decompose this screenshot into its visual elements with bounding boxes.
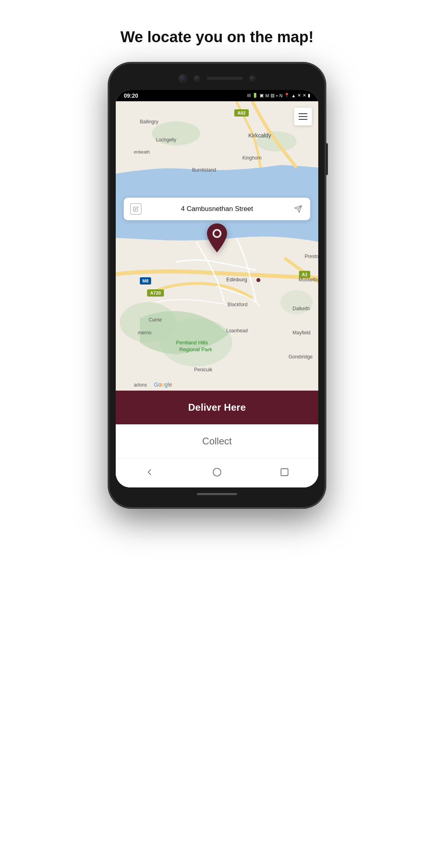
svg-text:Pentland Hills: Pentland Hills [176, 340, 208, 346]
svg-text:Lochgelly: Lochgelly [156, 137, 176, 143]
svg-rect-39 [281, 469, 288, 475]
hamburger-line-3 [299, 119, 307, 120]
svg-text:Gorebridge: Gorebridge [289, 354, 313, 360]
status-icons: ⊟ 🔋 ▣ M ▨ • N 📍 ▲ ✕ ✕ ▮ [247, 93, 310, 98]
back-icon [144, 467, 155, 477]
svg-text:Mayfield: Mayfield [293, 330, 311, 336]
signal-icon: ▣ [260, 93, 264, 98]
svg-text:Burntisland: Burntisland [192, 167, 216, 173]
sim2-icon: ▨ [270, 93, 274, 98]
bottom-panel: Deliver Here Collect [116, 391, 318, 487]
svg-text:Blackford: Blackford [227, 302, 248, 307]
svg-text:Google: Google [154, 381, 172, 388]
camera-lens-left [178, 74, 187, 83]
no-signal-1-icon: ✕ [297, 93, 301, 98]
wifi-icon: ▲ [291, 93, 296, 98]
phone-screen: 09:20 ⊟ 🔋 ▣ M ▨ • N 📍 ▲ ✕ ✕ ▮ [116, 90, 318, 487]
svg-point-21 [256, 278, 260, 282]
no-signal-2-icon: ✕ [303, 93, 306, 98]
svg-text:Regional Park: Regional Park [179, 346, 212, 352]
battery-charge-icon: 🔋 [252, 93, 258, 98]
location-pin-icon [204, 222, 230, 254]
hamburger-line-2 [299, 116, 307, 117]
svg-text:Dalkeith: Dalkeith [293, 306, 310, 311]
gmail-icon: M [265, 93, 269, 98]
navigation-bar [116, 458, 318, 487]
address-text: 4 Cambusnethan Street [146, 205, 288, 213]
edit-icon [133, 206, 139, 212]
phone-top-bezel [116, 72, 318, 86]
nfc-icon: N [279, 93, 283, 98]
svg-text:merno: merno [138, 330, 151, 336]
svg-text:Edinburg: Edinburg [226, 276, 247, 283]
hamburger-line-1 [299, 113, 307, 114]
sim-icon: ⊟ [247, 93, 251, 98]
svg-text:A1: A1 [302, 272, 307, 277]
camera-lens-center [194, 75, 200, 82]
svg-text:Kirkcaldy: Kirkcaldy [248, 132, 271, 139]
location-icon: 📍 [284, 93, 290, 98]
send-icon [294, 205, 302, 213]
svg-text:enbeath: enbeath [134, 149, 150, 154]
recents-nav-button[interactable] [277, 465, 292, 479]
recents-icon [279, 467, 290, 477]
home-icon [212, 467, 222, 477]
svg-text:Loanhead: Loanhead [226, 328, 248, 334]
status-time: 09:20 [124, 92, 138, 99]
svg-text:Ballingry: Ballingry [140, 119, 158, 125]
svg-text:Prestonp: Prestonp [305, 254, 318, 259]
home-indicator [197, 493, 237, 495]
battery-icon: ▮ [308, 93, 310, 98]
page-title: We locate you on the map! [104, 16, 330, 63]
collect-button[interactable]: Collect [116, 424, 318, 458]
svg-text:Currie: Currie [149, 317, 162, 323]
home-nav-button[interactable] [210, 465, 224, 479]
edit-icon-box [130, 203, 141, 215]
address-bar[interactable]: 4 Cambusnethan Street [124, 198, 310, 220]
svg-text:Musselburgh: Musselburgh [299, 277, 318, 283]
svg-text:Kinghorn: Kinghorn [242, 155, 262, 161]
phone-frame: 09:20 ⊟ 🔋 ▣ M ▨ • N 📍 ▲ ✕ ✕ ▮ [108, 63, 326, 508]
navigate-icon [293, 203, 304, 215]
svg-text:A92: A92 [237, 111, 246, 115]
svg-text:Penicuik: Penicuik [194, 367, 213, 373]
dot-icon: • [276, 93, 278, 98]
svg-point-38 [213, 468, 221, 476]
speaker-bar [207, 77, 243, 80]
back-nav-button[interactable] [142, 465, 157, 479]
svg-text:A720: A720 [150, 291, 161, 295]
status-bar: 09:20 ⊟ 🔋 ▣ M ▨ • N 📍 ▲ ✕ ✕ ▮ [116, 90, 318, 101]
front-camera [249, 75, 256, 82]
deliver-here-button[interactable]: Deliver Here [116, 391, 318, 424]
svg-point-37 [214, 231, 220, 236]
svg-text:arlons: arlons [134, 382, 147, 388]
map-pin [204, 222, 230, 256]
hamburger-menu-button[interactable] [294, 108, 312, 125]
phone-bottom-bezel [116, 487, 318, 497]
map-area[interactable]: A92 A720 M8 A1 Ballingry Lochgelly enbea… [116, 101, 318, 391]
svg-text:M8: M8 [142, 278, 148, 283]
